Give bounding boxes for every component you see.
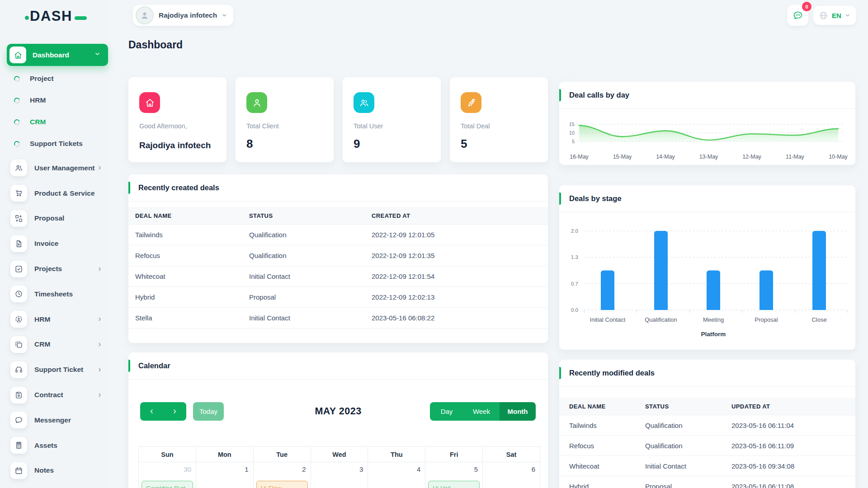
chat-bubble-icon <box>793 10 803 21</box>
svg-text:Qualification: Qualification <box>645 316 677 323</box>
svg-text:5: 5 <box>572 139 575 144</box>
card-header: Recently created deals <box>128 174 548 202</box>
app-root: { "logo": { "text": "DASH" }, "header": … <box>0 0 868 488</box>
sidebar-item-label: Support Tickets <box>30 140 83 148</box>
table-cell: 2022-12-09 12:02:13 <box>372 293 548 301</box>
card-header: Recently modified deals <box>559 360 855 387</box>
sidebar-item-timesheets[interactable]: Timesheets <box>0 282 108 307</box>
cart-icon <box>10 185 27 202</box>
column-header: STATUS <box>645 403 731 410</box>
check-square-icon <box>10 261 27 277</box>
table-cell: Tailwinds <box>569 422 645 429</box>
card-title: Recently modified deals <box>569 360 655 386</box>
calendar-view-day[interactable]: Day <box>430 402 463 421</box>
calendar-day-cell[interactable]: 3 <box>311 462 368 488</box>
table-cell: Qualification <box>249 231 372 239</box>
sidebar-item-crm[interactable]: CRM <box>0 111 108 133</box>
table-cell: Hybrid <box>135 293 249 301</box>
table-cell: 2023-05-16 06:11:04 <box>731 422 855 429</box>
calendar-date-number: 2 <box>302 465 306 473</box>
sidebar-item-label: CRM <box>34 340 50 348</box>
sidebar-item-crm[interactable]: CRM <box>0 332 108 357</box>
sidebar-item-label: Invoice <box>34 239 58 248</box>
sidebar-item-proposal[interactable]: Proposal <box>0 206 108 231</box>
sidebar-item-hrm[interactable]: HRM <box>0 307 108 332</box>
sidebar-item-user-management[interactable]: User Management <box>0 155 108 181</box>
calendar-day-cell[interactable]: 5Hi-Veil <box>425 462 483 488</box>
calendar-day-cell[interactable]: 4 <box>368 462 425 488</box>
sidebar-item-assets[interactable]: Assets <box>0 433 108 458</box>
sidebar-item-messenger[interactable]: Messenger <box>0 408 108 433</box>
chevron-right-icon <box>97 367 103 373</box>
sidebar-item-label: HRM <box>34 315 50 324</box>
company-selector[interactable]: Rajodiya infotech <box>133 5 233 26</box>
calendar-day-cell[interactable]: 6 <box>483 462 540 488</box>
sidebar-item-projects[interactable]: Projects <box>0 256 108 282</box>
table-cell: Initial Contact <box>249 272 372 280</box>
sidebar-main-items: User ManagementProduct & ServiceProposal… <box>0 155 108 483</box>
logo-dot <box>25 16 29 20</box>
svg-text:Close: Close <box>811 316 826 323</box>
calculator-icon <box>10 437 27 454</box>
bullet-icon <box>13 118 21 126</box>
calendar-date-number: 30 <box>184 465 191 473</box>
table-cell: Initial Contact <box>249 314 372 322</box>
chevron-right-icon <box>97 165 103 171</box>
sidebar-item-dashboard[interactable]: Dashboard <box>7 44 108 66</box>
card-header: Deal calls by day <box>559 82 855 109</box>
calendar-day-header: Thu <box>368 447 425 462</box>
bullet-icon <box>13 140 21 148</box>
chevron-right-icon <box>97 266 103 272</box>
stat-card-total-client: Total Client8 <box>236 77 334 162</box>
language-selector[interactable]: EN <box>813 6 856 25</box>
calendar-day-cell[interactable]: 1 <box>196 462 254 488</box>
chevron-down-icon <box>94 51 101 59</box>
card-title: Deal calls by day <box>569 82 629 108</box>
messages-button[interactable]: 0 <box>787 5 808 26</box>
table-row: RefocusQualification2023-05-16 06:11:09 <box>559 436 855 456</box>
sidebar-item-label: Contract <box>34 391 63 399</box>
svg-text:Proposal: Proposal <box>755 316 778 323</box>
svg-text:1.3: 1.3 <box>571 254 578 260</box>
sidebar-item-hrm[interactable]: HRM <box>0 89 108 111</box>
stat-card-value: 5 <box>461 137 467 151</box>
calendar-view-week[interactable]: Week <box>463 402 500 421</box>
sidebar: DASH Dashboard ProjectHRMCRMSupport Tick… <box>0 0 108 488</box>
sidebar-item-project[interactable]: Project <box>0 68 108 89</box>
svg-text:Initial Contact: Initial Contact <box>590 316 626 323</box>
stat-card-value: 8 <box>246 137 253 151</box>
svg-text:15-May: 15-May <box>613 154 632 160</box>
chevron-right-icon <box>97 342 103 347</box>
calendar-event[interactable]: Hi-Veil <box>428 481 480 488</box>
language-label: EN <box>832 12 841 19</box>
card-title: Recently created deals <box>138 174 219 201</box>
calendar-view-month[interactable]: Month <box>500 402 536 421</box>
calendar-event[interactable]: Geraldine Burt <box>142 481 193 488</box>
sidebar-item-contract[interactable]: Contract <box>0 382 108 408</box>
workflow-icon <box>10 210 27 227</box>
messages-badge: 0 <box>802 2 811 11</box>
sidebar-item-label: Projects <box>34 265 62 273</box>
calendar-icon <box>10 462 27 479</box>
app-logo[interactable]: DASH <box>25 8 87 24</box>
calendar-day-cell[interactable]: 30Geraldine Burt <box>139 462 196 488</box>
sidebar-item-invoice[interactable]: Invoice <box>0 231 108 256</box>
sidebar-item-support-tickets[interactable]: Support Tickets <box>0 133 108 155</box>
calendar-day-cell[interactable]: 2Hi-Flow <box>254 462 311 488</box>
chevron-right-icon <box>97 392 103 398</box>
svg-text:15: 15 <box>569 122 575 127</box>
table-cell: Qualification <box>249 252 372 259</box>
calendar-card: Calendar Today MAY 2023 DayWeekMonth Sun… <box>128 352 548 488</box>
deals-by-stage-card: Deals by stage 0.00.71.32.0Initial Conta… <box>559 185 855 350</box>
sidebar-item-support-ticket[interactable]: Support Ticket <box>0 357 108 382</box>
table-row: TailwindsQualification2023-05-16 06:11:0… <box>559 415 855 436</box>
bullet-icon <box>13 75 21 83</box>
stat-card-total-user: Total User9 <box>343 77 441 162</box>
table-cell: 2022-12-09 12:01:54 <box>372 272 548 280</box>
calendar-day-header: Tue <box>254 447 311 462</box>
sidebar-sub-items: ProjectHRMCRMSupport Tickets <box>0 68 108 155</box>
sidebar-item-product-service[interactable]: Product & Service <box>0 181 108 206</box>
sidebar-item-label: HRM <box>30 96 46 104</box>
calendar-event[interactable]: Hi-Flow <box>256 481 308 488</box>
sidebar-item-notes[interactable]: Notes <box>0 458 108 483</box>
